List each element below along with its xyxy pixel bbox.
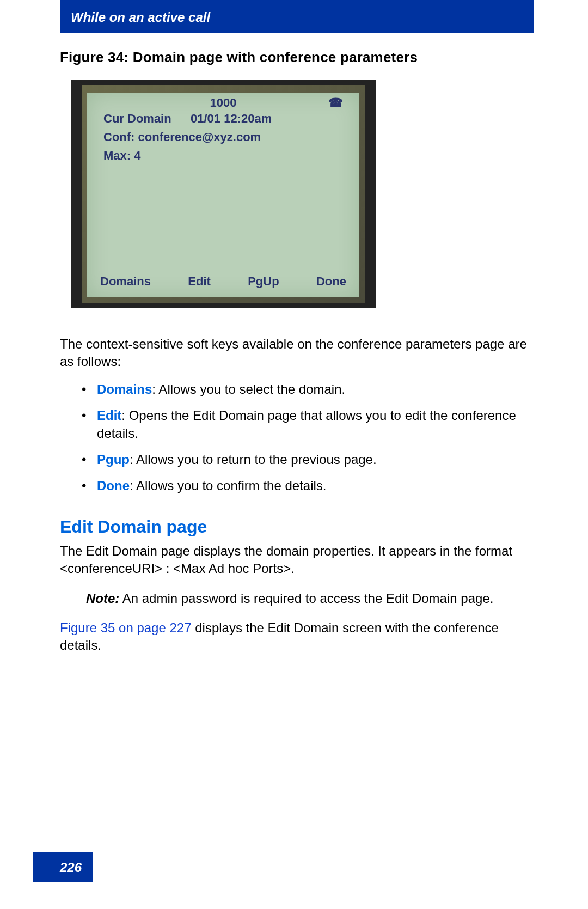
softkey-pgup: PgUp xyxy=(248,274,279,289)
lcd-row-domain: Cur Domain 01/01 12:20am xyxy=(103,112,348,126)
list-item: Domains: Allows you to select the domain… xyxy=(82,381,534,398)
lcd-row-max: Max: 4 xyxy=(103,149,348,163)
figure-caption: Figure 34: Domain page with conference p… xyxy=(60,49,534,66)
note-label: Note: xyxy=(86,591,119,606)
lcd-datetime: 01/01 12:20am xyxy=(191,112,272,126)
softkey-domains: Domains xyxy=(100,274,151,289)
lcd-row-conf: Conf: conference@xyz.com xyxy=(103,130,348,144)
chapter-header: While on an active call xyxy=(60,0,534,33)
lcd-extension: 1000 xyxy=(210,96,237,110)
cross-reference-link[interactable]: Figure 35 on page 227 xyxy=(60,620,192,635)
page-number: 226 xyxy=(60,860,82,875)
lcd-spacer xyxy=(98,165,348,274)
list-item: Edit: Opens the Edit Domain page that al… xyxy=(82,407,534,442)
section-p1: The Edit Domain page displays the domain… xyxy=(60,542,534,578)
softkey-done: Done xyxy=(316,274,346,289)
softkey-edit: Edit xyxy=(188,274,211,289)
document-page: While on an active call Figure 34: Domai… xyxy=(0,0,588,655)
page-number-box: 226 xyxy=(33,852,93,882)
term-domains: Domains xyxy=(97,382,152,396)
lcd-softkey-row: Domains Edit PgUp Done xyxy=(98,274,348,292)
phone-lcd: 1000 ☎ Cur Domain 01/01 12:20am Conf: co… xyxy=(87,93,359,297)
chapter-title: While on an active call xyxy=(71,10,210,25)
phone-icon: ☎ xyxy=(328,96,343,110)
section-heading: Edit Domain page xyxy=(60,517,534,537)
desc-domains: : Allows you to select the domain. xyxy=(152,382,345,396)
section-p2: Figure 35 on page 227 displays the Edit … xyxy=(60,619,534,655)
desc-pgup: : Allows you to return to the previous p… xyxy=(130,452,377,467)
intro-paragraph: The context-sensitive soft keys availabl… xyxy=(60,335,534,371)
phone-photo: 1000 ☎ Cur Domain 01/01 12:20am Conf: co… xyxy=(71,80,376,308)
note-block: Note: An admin password is required to a… xyxy=(86,590,534,607)
softkey-list: Domains: Allows you to select the domain… xyxy=(60,381,534,495)
phone-bezel: 1000 ☎ Cur Domain 01/01 12:20am Conf: co… xyxy=(82,85,365,303)
list-item: Done: Allows you to confirm the details. xyxy=(82,477,534,495)
term-pgup: Pgup xyxy=(97,452,130,467)
lcd-cur-domain-label: Cur Domain xyxy=(103,112,191,126)
term-done: Done xyxy=(97,478,130,493)
note-body: An admin password is required to access … xyxy=(119,591,493,606)
list-item: Pgup: Allows you to return to the previo… xyxy=(82,451,534,468)
desc-edit: : Opens the Edit Domain page that allows… xyxy=(97,408,516,440)
term-edit: Edit xyxy=(97,408,121,423)
desc-done: : Allows you to confirm the details. xyxy=(130,478,327,493)
